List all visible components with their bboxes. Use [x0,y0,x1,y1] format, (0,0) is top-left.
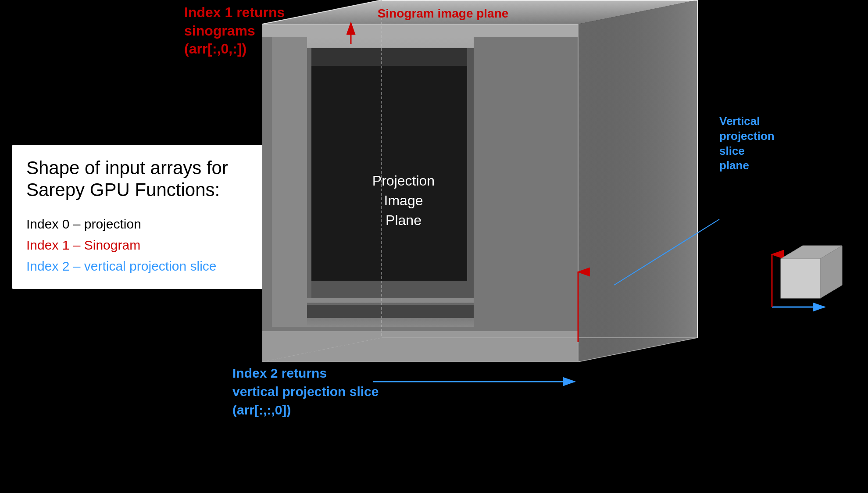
vert-proj-line2: projection [719,129,775,143]
shelf-2 [307,305,474,318]
info-title-line1: Shape of input arrays for [26,157,228,178]
label-index2-returns: Index 2 returns vertical projection slic… [232,364,379,419]
proj-plane-line2: Image [384,193,423,208]
info-title: Shape of input arrays for Sarepy GPU Fun… [26,157,248,201]
right-face [578,0,697,362]
info-box: Shape of input arrays for Sarepy GPU Fun… [12,145,262,289]
index2-line1: Index 2 returns [232,366,327,380]
vert-slice-overlay [578,0,697,362]
index1-line2: sinograms [184,23,255,39]
label-vert-proj-plane: Vertical projection slice plane [719,114,807,173]
bottom-right-edge [578,338,697,362]
ct-obj-right-edge [467,48,474,303]
label-index1-returns: Index 1 returns sinograms (arr[:,0,:]) [184,4,285,58]
info-title-line2: Sarepy GPU Functions: [26,179,220,200]
vert-proj-line1: Vertical [719,114,760,128]
bottom-back-left-edge [262,338,382,362]
ct-obj-bottom [307,281,474,303]
label-sinogram-plane: Sinogram image plane [360,7,526,21]
shelf-1 [307,298,474,303]
proj-plane-line1: Projection [372,173,435,189]
info-item-1: Index 1 – Sinogram [26,235,248,256]
vert-proj-line3: slice [719,144,745,157]
proj-plane-line3: Plane [386,212,421,228]
top-bar [262,24,578,37]
mini-cube-right-side [820,246,842,298]
vert-proj-line4: plane [719,159,749,172]
index1-line1: Index 1 returns [184,4,285,20]
info-item-0: Index 0 – projection [26,214,248,235]
index2-line2: vertical projection slice [232,384,379,399]
label-proj-image-plane: Projection Image Plane [360,171,447,230]
mini-cube-top [781,246,842,259]
info-item-2: Index 2 – vertical projection slice [26,256,248,277]
bottom-bar [262,331,578,362]
mini-cube-front [781,259,820,298]
ct-obj-left-edge [305,48,311,303]
index2-line3: (arr[:,:,0]) [232,403,291,417]
arrow-vert-proj-line [614,219,719,285]
sinogram-plane-text: Sinogram image plane [378,7,509,20]
index1-line3: (arr[:,0,:]) [184,41,246,57]
ct-obj-top [307,48,474,66]
bg-left [272,37,307,327]
bg-right [474,37,570,327]
